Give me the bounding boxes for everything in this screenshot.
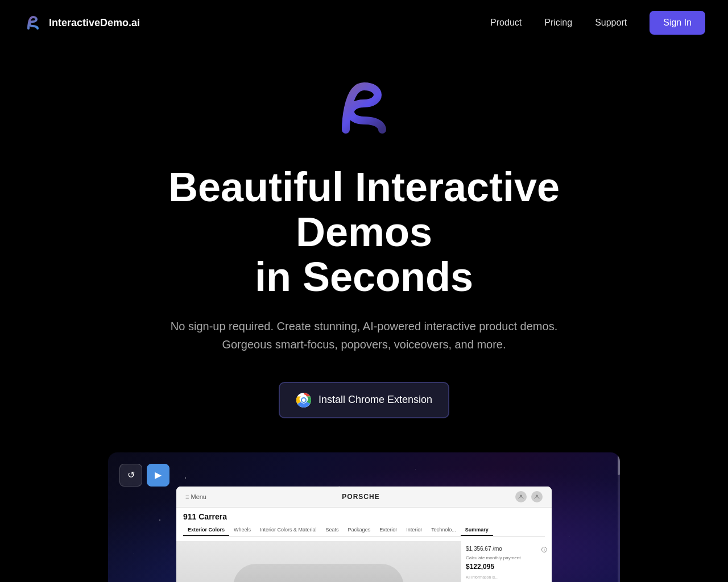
car-tab-techno[interactable]: Technolo... — [427, 525, 461, 536]
browser-topbar: ≡ Menu PORSCHE — [176, 487, 552, 508]
sign-in-button[interactable]: Sign In — [650, 11, 705, 35]
svg-point-4 — [520, 494, 522, 497]
cta-label: Install Chrome Extension — [318, 394, 432, 406]
install-chrome-extension-button[interactable]: Install Chrome Extension — [279, 382, 449, 418]
scrollbar[interactable] — [618, 452, 620, 582]
nav-product[interactable]: Product — [490, 18, 522, 28]
car-image-area — [176, 541, 461, 582]
car-tabs: Exterior Colors Wheels Interior Colors &… — [183, 525, 545, 537]
car-tab-interior[interactable]: Interior Colors & Material — [255, 525, 321, 536]
car-price-monthly: $1,356.67 /mo — [466, 546, 502, 552]
browser-icon-user1 — [515, 491, 527, 502]
navbar: InteractiveDemo.ai Product Pricing Suppo… — [0, 0, 728, 45]
car-tab-exterior[interactable]: Exterior — [375, 525, 402, 536]
hero-title: Beautiful Interactive Demos in Seconds — [136, 165, 592, 300]
svg-point-3 — [302, 398, 305, 402]
nav-pricing[interactable]: Pricing — [544, 18, 572, 28]
browser-brand: PORSCHE — [342, 493, 379, 501]
scrollbar-thumb — [618, 452, 620, 475]
car-tab-seats[interactable]: Seats — [321, 525, 344, 536]
logo-icon — [23, 13, 43, 33]
car-tab-packages[interactable]: Packages — [344, 525, 375, 536]
browser-mockup: ≡ Menu PORSCHE 911 Carrera Exterior Colo… — [176, 487, 552, 582]
svg-text:i: i — [544, 548, 545, 552]
browser-icons — [515, 491, 543, 502]
browser-content: 911 Carrera Exterior Colors Wheels Inter… — [176, 508, 552, 541]
car-tab-wheels[interactable]: Wheels — [229, 525, 255, 536]
refresh-button[interactable]: ↺ — [119, 464, 142, 487]
preview-controls: ↺ ▶ — [119, 464, 169, 487]
nav-links: Product Pricing Support Sign In — [490, 11, 705, 35]
svg-point-5 — [536, 494, 538, 497]
logo-text: InteractiveDemo.ai — [49, 17, 140, 29]
browser-menu[interactable]: ≡ Menu — [185, 493, 206, 500]
hero-subtitle: No sign-up required. Create stunning, AI… — [159, 317, 569, 354]
preview-area: ↺ ▶ ≡ Menu PORSCHE 911 Carrera — [108, 452, 620, 582]
hero-logo-icon — [324, 68, 404, 148]
car-sidebar: $1,356.67 /mo i Calculate monthly paymen… — [461, 541, 552, 582]
hero-section: Beautiful Interactive Demos in Seconds N… — [0, 45, 728, 452]
car-tab-interior2[interactable]: Interior — [402, 525, 427, 536]
all-info-label: All information is... — [466, 575, 547, 579]
play-button[interactable]: ▶ — [147, 464, 169, 487]
car-tab-summary[interactable]: Summary — [461, 525, 493, 536]
info-icon: i — [541, 547, 547, 552]
chrome-icon — [296, 392, 312, 408]
browser-icon-user2 — [531, 491, 543, 502]
car-price-total: $122,095 — [466, 563, 547, 571]
car-body: $1,356.67 /mo i Calculate monthly paymen… — [176, 541, 552, 582]
logo-area[interactable]: InteractiveDemo.ai — [23, 13, 140, 33]
car-model-title: 911 Carrera — [183, 512, 545, 521]
car-tab-exterior-colors[interactable]: Exterior Colors — [183, 525, 229, 536]
nav-support[interactable]: Support — [595, 18, 627, 28]
